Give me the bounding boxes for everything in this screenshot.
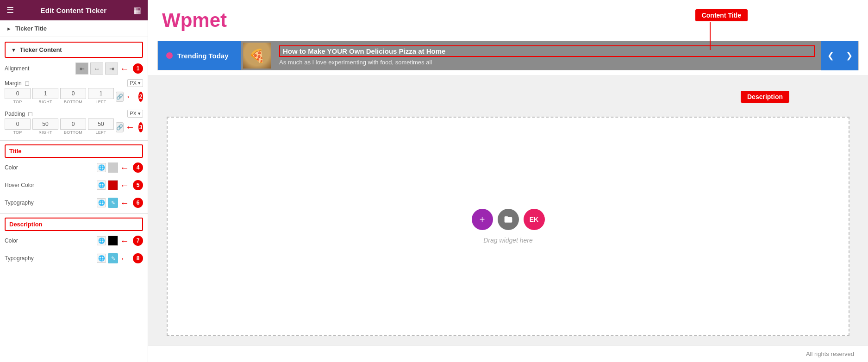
hamburger-icon[interactable]: ☰	[6, 5, 14, 15]
padding-unit[interactable]: PX ▾	[127, 110, 143, 118]
margin-bottom-input[interactable]	[60, 88, 86, 99]
title-typography-controls: 🌐 ✎ ← 6	[97, 198, 143, 208]
margin-bottom-wrap: BOTTOM	[60, 88, 86, 104]
margin-top-wrap: TOP	[5, 88, 31, 104]
margin-left-input[interactable]	[88, 88, 114, 99]
chevron-right-icon: ►	[6, 26, 12, 31]
title-typo-globe-icon[interactable]: 🌐	[97, 198, 106, 207]
title-hover-color-row: Hover Color 🌐 ← 5	[5, 178, 143, 192]
margin-right-wrap: RIGHT	[32, 88, 58, 104]
desc-color-globe-icon[interactable]: 🌐	[97, 236, 106, 245]
padding-group: Padding ◻ PX ▾ TOP RIGHT	[5, 110, 143, 136]
badge-5: 5	[133, 180, 143, 190]
description-badge: Description	[741, 91, 789, 103]
padding-right-wrap: RIGHT	[32, 119, 58, 135]
padding-right-label: RIGHT	[38, 130, 52, 135]
badge-4: 4	[133, 162, 143, 173]
ticker-label-area: Trending Today	[158, 41, 241, 70]
arrow-right-6: ←	[120, 198, 129, 208]
margin-right-input[interactable]	[32, 88, 58, 99]
margin-right-label: RIGHT	[38, 100, 52, 104]
padding-label: Padding	[5, 111, 25, 117]
sidebar-content: ► Ticker Title ▼ Ticker Content Alignmen…	[0, 20, 148, 278]
align-center-button[interactable]: ↔	[90, 62, 103, 75]
badge-8: 8	[133, 253, 143, 263]
alignment-label: Alignment	[5, 65, 42, 72]
padding-inputs-row: TOP RIGHT BOTTOM LEFT	[5, 119, 143, 136]
arrow-right-1: ←	[120, 63, 129, 74]
desc-typography-pencil-button[interactable]: ✎	[108, 253, 118, 263]
ticker-label-text: Trending Today	[177, 52, 229, 60]
margin-left-label: LEFT	[95, 100, 106, 104]
main-footer: All rights reserved	[148, 345, 868, 362]
ticker-prev-button[interactable]: ❮	[821, 41, 840, 70]
margin-label: Margin	[5, 80, 22, 87]
content-title-arrow-line	[710, 22, 711, 50]
padding-top-input[interactable]	[5, 119, 31, 130]
desc-typo-globe-icon[interactable]: 🌐	[97, 254, 106, 263]
margin-link-toggle[interactable]: 🔗	[116, 92, 124, 102]
badge-7: 7	[133, 236, 143, 246]
padding-bottom-label: BOTTOM	[64, 130, 82, 135]
sidebar: ☰ Edit Content Ticker ▦ ► Ticker Title ▼…	[0, 0, 148, 362]
padding-label-row: Padding ◻ PX ▾	[5, 110, 143, 118]
chevron-down-icon: ▼	[11, 47, 16, 53]
title-color-swatch[interactable]	[108, 162, 118, 173]
title-color-label: Color	[5, 164, 42, 171]
padding-top-label: TOP	[13, 130, 22, 135]
ticker-bar: Trending Today 🍕 How to Make YOUR Own De…	[157, 41, 859, 70]
ticker-content-form: Alignment ⇤ ↔ ⇥ ← 1 Margin ◻ PX ▾	[0, 62, 148, 136]
desc-color-swatch[interactable]	[108, 236, 118, 246]
margin-unit[interactable]: PX ▾	[127, 79, 143, 87]
title-hover-color-controls: 🌐 ← 5	[97, 180, 143, 191]
padding-left-label: LEFT	[95, 130, 106, 135]
title-hover-color-label: Hover Color	[5, 182, 42, 188]
desc-color-label: Color	[5, 237, 42, 244]
description-section-header[interactable]: Description	[5, 218, 143, 231]
drag-icons: + EK	[472, 209, 545, 230]
margin-link-icon: ◻	[25, 80, 30, 87]
drag-widget-area[interactable]: + EK Drag widget here	[167, 117, 849, 336]
title-hover-color-swatch[interactable]	[108, 180, 118, 190]
ticker-content-desc: As much as I love experimenting with foo…	[279, 59, 815, 66]
padding-bottom-wrap: BOTTOM	[60, 119, 86, 135]
ticker-wrapper: Content Title Trending Today 🍕 How to Ma…	[157, 41, 859, 70]
arrow-right-2: ←	[125, 91, 135, 102]
content-title-badge: Content Title	[695, 9, 748, 21]
badge-1: 1	[133, 63, 143, 74]
arrow-right-8: ←	[120, 253, 129, 264]
add-widget-button[interactable]: +	[472, 209, 493, 230]
ticker-title-label: Ticker Title	[15, 25, 47, 32]
folder-icon-button[interactable]	[498, 209, 519, 230]
title-typography-label: Typography	[5, 200, 42, 206]
align-left-button[interactable]: ⇤	[75, 62, 88, 75]
ticker-title-row[interactable]: ► Ticker Title	[0, 20, 148, 37]
drag-area-wrapper: + EK Drag widget here	[148, 75, 868, 345]
ticker-content-section-header[interactable]: ▼ Ticker Content	[5, 42, 143, 58]
element-icon-button[interactable]: EK	[524, 209, 545, 230]
padding-left-input[interactable]	[88, 119, 114, 130]
drag-text: Drag widget here	[483, 237, 533, 244]
padding-bottom-input[interactable]	[60, 119, 86, 130]
margin-inputs-row: TOP RIGHT BOTTOM LEFT	[5, 88, 143, 105]
arrow-right-5: ←	[120, 180, 129, 191]
desc-typography-row: Typography 🌐 ✎ ← 8	[5, 251, 143, 265]
grid-icon[interactable]: ▦	[133, 5, 141, 15]
margin-top-input[interactable]	[5, 88, 31, 99]
wpmet-header: Wpmet	[148, 0, 868, 36]
desc-color-row: Color 🌐 ← 7	[5, 234, 143, 248]
title-color-globe-icon[interactable]: 🌐	[97, 163, 106, 172]
ticker-next-button[interactable]: ❯	[840, 41, 858, 70]
margin-group: Margin ◻ PX ▾ TOP RIGHT	[5, 79, 143, 105]
arrow-right-7: ←	[120, 236, 129, 246]
title-section-header[interactable]: Title	[5, 144, 143, 158]
title-hover-globe-icon[interactable]: 🌐	[97, 181, 106, 190]
align-right-button[interactable]: ⇥	[105, 62, 118, 75]
title-typography-pencil-button[interactable]: ✎	[108, 198, 118, 208]
margin-bottom-label: BOTTOM	[64, 100, 82, 104]
margin-top-label: TOP	[13, 100, 22, 104]
padding-right-input[interactable]	[32, 119, 58, 130]
margin-label-row: Margin ◻ PX ▾	[5, 79, 143, 87]
padding-link-toggle[interactable]: 🔗	[116, 122, 124, 132]
sidebar-title: Edit Content Ticker	[41, 6, 107, 14]
